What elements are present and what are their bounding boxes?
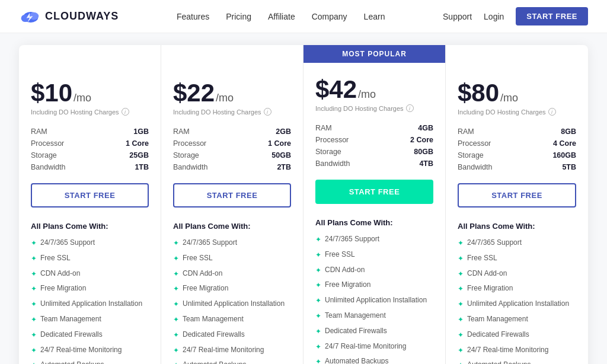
feature-item: ✦CDN Add-on [31, 269, 149, 279]
bullet-icon: ✦ [458, 299, 464, 309]
price-note-text: Including DO Hosting Charges [458, 108, 546, 116]
spec-row: Bandwidth4TB [315, 159, 433, 168]
feature-text: Automated Backups [40, 360, 104, 364]
spec-row: RAM1GB [31, 127, 149, 136]
feature-item: ✦24/7 Real-time Monitoring [173, 345, 291, 356]
feature-item: ✦CDN Add-on [173, 269, 291, 279]
feature-item: ✦Dedicated Firewalls [173, 330, 291, 340]
spec-value: 25GB [129, 151, 149, 159]
price-note-text: Including DO Hosting Charges [31, 108, 119, 116]
info-icon: i [406, 104, 414, 112]
spec-row: RAM2GB [173, 127, 291, 136]
feature-item: ✦Team Management [458, 314, 576, 325]
price-dollar: $ [315, 77, 329, 102]
price-row: $ 10 /mo [31, 81, 149, 106]
logo[interactable]: CLOUDWAYS [19, 8, 119, 25]
bullet-icon: ✦ [315, 342, 321, 352]
bullet-icon: ✦ [315, 296, 321, 306]
spec-value: 4TB [419, 159, 433, 168]
feature-item: ✦Unlimited Application Installation [173, 299, 291, 309]
price-dollar: $ [31, 81, 44, 106]
logo-icon [19, 8, 40, 25]
feature-text: Free SSL [467, 253, 497, 263]
spec-value: 2GB [276, 127, 291, 136]
plan-body: $ 80 /mo Including DO Hosting ChargesiRA… [446, 66, 588, 364]
bullet-icon: ✦ [458, 238, 464, 248]
bullet-icon: ✦ [173, 254, 179, 264]
info-icon: i [122, 108, 129, 116]
feature-text: 24/7 Real-time Monitoring [325, 341, 406, 352]
feature-item: ✦24/7 Real-time Monitoring [31, 345, 149, 356]
spec-row: Processor1 Core [173, 139, 291, 148]
feature-item: ✦Dedicated Firewalls [31, 330, 149, 340]
feature-text: Dedicated Firewalls [467, 330, 529, 340]
feature-item: ✦Unlimited Application Installation [315, 295, 433, 306]
spec-row: Bandwidth1TB [31, 163, 149, 171]
feature-item: ✦Automated Backups [31, 360, 149, 364]
spec-value: 50GB [271, 151, 291, 159]
feature-item: ✦Dedicated Firewalls [315, 326, 433, 337]
spec-value: 1 Core [268, 139, 291, 148]
price-note: Including DO Hosting Chargesi [458, 108, 576, 116]
nav-login-link[interactable]: Login [484, 12, 504, 21]
features-list: ✦24/7/365 Support✦Free SSL✦CDN Add-on✦Fr… [31, 238, 149, 364]
feature-item: ✦Free Migration [315, 280, 433, 290]
nav-affiliate[interactable]: Affiliate [268, 12, 295, 21]
spec-row: Storage25GB [31, 151, 149, 159]
spec-row: RAM4GB [315, 124, 433, 132]
feature-text: Team Management [183, 314, 244, 324]
bullet-icon: ✦ [173, 346, 179, 356]
features-title: All Plans Come With: [315, 218, 433, 227]
feature-text: Team Management [325, 311, 386, 321]
popular-badge: MOST POPULAR [304, 45, 445, 63]
nav-features[interactable]: Features [177, 12, 209, 21]
price-note: Including DO Hosting Chargesi [31, 108, 149, 116]
feature-text: Dedicated Firewalls [325, 326, 387, 336]
specs: RAM4GBProcessor2 CoreStorage80GBBandwidt… [315, 124, 433, 168]
start-free-button-plan-42[interactable]: START FREE [315, 180, 433, 204]
spec-label: Storage [31, 151, 57, 159]
bullet-icon: ✦ [173, 330, 179, 340]
nav-company[interactable]: Company [312, 12, 347, 21]
feature-item: ✦24/7 Real-time Monitoring [315, 341, 433, 352]
nav-learn[interactable]: Learn [364, 12, 385, 21]
bullet-icon: ✦ [315, 235, 321, 245]
features-title: All Plans Come With: [173, 222, 291, 231]
price-row: $ 80 /mo [458, 81, 576, 106]
price-note-text: Including DO Hosting Charges [173, 108, 261, 116]
bullet-icon: ✦ [315, 280, 321, 290]
bullet-icon: ✦ [173, 315, 179, 325]
nav-start-free-button[interactable]: START FREE [516, 7, 588, 25]
spec-value: 1TB [135, 163, 149, 171]
bullet-icon: ✦ [31, 299, 37, 309]
nav-pricing[interactable]: Pricing [226, 12, 251, 21]
plan-body: $ 22 /mo Including DO Hosting ChargesiRA… [161, 66, 303, 364]
bullet-icon: ✦ [173, 299, 179, 309]
feature-item: ✦Free SSL [315, 250, 433, 260]
feature-text: Unlimited Application Installation [325, 295, 427, 305]
feature-text: Free Migration [467, 283, 513, 293]
features-list: ✦24/7/365 Support✦Free SSL✦CDN Add-on✦Fr… [173, 238, 291, 364]
feature-item: ✦Unlimited Application Installation [31, 299, 149, 309]
pricing-section: $ 10 /mo Including DO Hosting ChargesiRA… [0, 33, 607, 364]
feature-text: Unlimited Application Installation [467, 299, 569, 309]
bullet-icon: ✦ [31, 269, 37, 279]
start-free-button-plan-80[interactable]: START FREE [458, 183, 576, 207]
start-free-button-plan-10[interactable]: START FREE [31, 183, 149, 207]
feature-item: ✦Automated Backups [173, 360, 291, 364]
bullet-icon: ✦ [31, 360, 37, 364]
feature-item: ✦24/7/365 Support [31, 238, 149, 248]
spec-label: Processor [31, 139, 64, 148]
nav-support-link[interactable]: Support [443, 12, 472, 21]
feature-text: Automated Backups [325, 356, 388, 364]
price-amount: 80 [471, 81, 499, 106]
feature-text: Dedicated Firewalls [183, 330, 245, 340]
spec-value: 4 Core [553, 139, 576, 148]
feature-text: 24/7 Real-time Monitoring [467, 345, 548, 355]
spec-value: 80GB [414, 148, 433, 156]
start-free-button-plan-22[interactable]: START FREE [173, 183, 291, 207]
bullet-icon: ✦ [31, 284, 37, 294]
popular-placeholder [161, 45, 303, 66]
features-title: All Plans Come With: [458, 222, 576, 231]
price-per: /mo [358, 88, 376, 101]
